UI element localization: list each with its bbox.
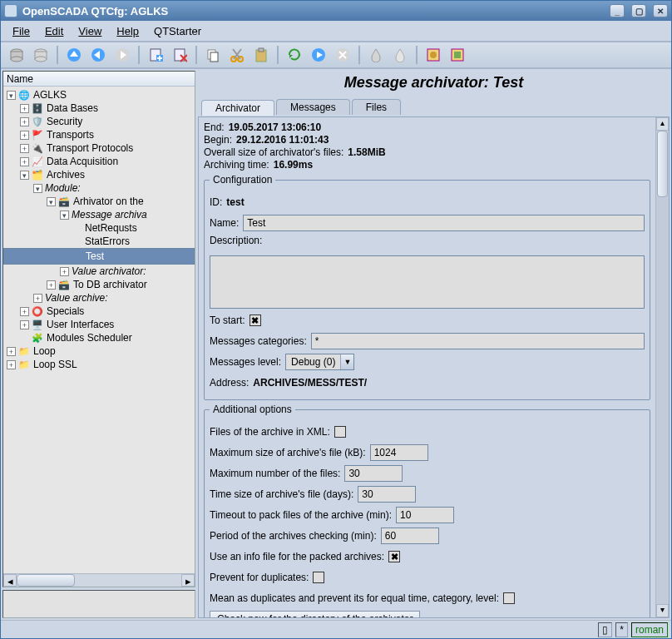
info-checkbox[interactable]: ✖ [388,551,400,562]
desc-textarea[interactable] [210,255,645,309]
collapse-icon[interactable]: ▾ [33,184,42,193]
scroll-left-icon[interactable]: ◂ [3,574,17,587]
menu-edit[interactable]: Edit [38,22,70,40]
drop2-icon[interactable] [389,44,411,66]
arrow-back-icon[interactable] [87,44,109,66]
tree-item[interactable]: ▾🌐AGLKS [3,88,195,102]
collapse-icon[interactable]: ▾ [20,171,29,180]
expand-icon[interactable]: + [20,117,29,126]
close-button[interactable]: ✕ [653,4,668,17]
page-scroll[interactable]: End: 19.05.2017 13:06:10 Begin: 29.12.20… [199,117,655,617]
tree-scroll[interactable]: ▾🌐AGLKS+🗄️Data Bases+🛡️Security+🚩Transpo… [3,87,195,573]
arrow-fwd-icon[interactable] [111,44,133,66]
collapse-icon[interactable]: ▾ [47,197,56,206]
maxsize-input[interactable] [370,444,428,461]
name-input[interactable] [243,215,645,231]
tree-hscrollbar[interactable]: ◂ ▸ [3,573,195,587]
expand-icon[interactable]: + [20,104,29,113]
tree-header[interactable]: Name [3,72,195,87]
expand-icon[interactable]: + [47,280,56,290]
page-vscrollbar[interactable]: ▴ ▾ [655,117,669,617]
xml-checkbox[interactable] [334,426,346,438]
drop-icon[interactable] [365,44,387,66]
module1-icon[interactable] [422,44,444,66]
play-icon[interactable] [308,44,329,66]
vscroll-track[interactable] [656,131,669,604]
hscroll-track[interactable] [17,574,181,587]
tab-files[interactable]: Files [352,99,401,115]
db-grey2-icon[interactable] [30,44,52,66]
status-flag-icon[interactable]: ▯ [598,622,612,637]
tree-item[interactable]: +🖥️User Interfaces [3,318,195,331]
tree-item[interactable]: +📈Data Acquisition [3,155,195,168]
minimize-button[interactable]: _ [610,4,625,17]
expand-icon[interactable]: + [20,320,29,329]
arrow-up-icon[interactable] [63,44,85,66]
chevron-down-icon[interactable]: ▼ [340,354,353,369]
tab-archivator[interactable]: Archivator [201,100,274,116]
vscroll-thumb[interactable] [657,131,668,197]
tree-item[interactable]: ▾Message archiva [3,208,195,221]
copy-icon[interactable] [202,44,224,66]
tab-messages[interactable]: Messages [276,99,350,115]
tree-item[interactable]: 🧩Modules Scheduler [3,331,195,344]
cats-input[interactable] [311,333,645,349]
maxnum-input[interactable] [344,465,403,482]
timesz-input[interactable] [358,486,416,503]
add-item-icon[interactable] [145,44,166,66]
dup-checkbox[interactable] [313,572,324,583]
paste-icon[interactable] [250,44,272,66]
expand-icon[interactable]: + [20,131,29,140]
tree-item-label: Message archiva [71,209,147,220]
menu-qtstarter[interactable]: QTStarter [147,22,208,40]
expand-icon[interactable]: + [7,360,16,369]
refresh-icon[interactable] [284,44,305,66]
module2-icon[interactable] [447,44,468,66]
toolbar-separator [358,46,360,64]
expand-icon[interactable]: + [60,267,69,276]
titlebar[interactable]: OpenSCADA QTCfg: AGLKS _ ▢ ✕ [1,1,671,21]
tree-item[interactable]: Test [3,248,195,265]
hscroll-thumb[interactable] [17,574,75,587]
menu-help[interactable]: Help [110,22,146,40]
expand-icon[interactable]: + [20,144,29,153]
cut-icon[interactable] [226,44,248,66]
db-grey-icon[interactable] [6,44,27,66]
expand-icon[interactable]: + [20,307,29,316]
collapse-icon[interactable]: ▾ [7,91,16,100]
tree-item[interactable]: +🗄️Data Bases [3,102,195,115]
tree-item[interactable]: +📁Loop [3,344,195,358]
period-input[interactable] [381,528,439,544]
collapse-icon[interactable]: ▾ [60,211,69,220]
menu-view[interactable]: View [72,22,108,40]
level-select[interactable]: Debug (0) ▼ [285,354,354,370]
scroll-down-icon[interactable]: ▾ [656,604,669,617]
tree-item[interactable]: ▾🗂️Archives [3,168,195,181]
tostart-checkbox[interactable]: ✖ [250,315,261,326]
status-user[interactable]: roman [631,622,668,637]
scroll-right-icon[interactable]: ▸ [181,574,195,587]
tree-item[interactable]: +🔌Transport Protocols [3,141,195,155]
expand-icon[interactable]: + [20,157,29,166]
menu-file[interactable]: File [6,22,37,40]
tree-item[interactable]: ▾🗃️Arhivator on the [3,195,195,208]
tree-item[interactable]: +📁Loop SSL [3,358,195,371]
tree-item[interactable]: NetRequsts [3,221,195,235]
stop-icon[interactable] [332,44,353,66]
tree-item[interactable]: ▾Module: [3,181,195,195]
tree-item[interactable]: +Value archive: [3,291,195,305]
tree-item[interactable]: +🗃️To DB archivator [3,278,195,291]
tree-item[interactable]: +Value archivator: [3,265,195,278]
expand-icon[interactable]: + [7,347,16,356]
check-now-button[interactable]: Check now for the directory of the archi… [210,611,420,617]
pack-input[interactable] [396,507,454,523]
mean-checkbox[interactable] [503,592,515,604]
expand-icon[interactable]: + [33,294,42,303]
maximize-button[interactable]: ▢ [631,4,646,17]
scroll-up-icon[interactable]: ▴ [656,117,669,131]
delete-item-icon[interactable] [169,44,190,66]
tree-item[interactable]: StatErrors [3,235,195,248]
tree-item[interactable]: +⭕Specials [3,305,195,318]
tree-item[interactable]: +🛡️Security [3,115,195,128]
tree-item[interactable]: +🚩Transports [3,128,195,141]
